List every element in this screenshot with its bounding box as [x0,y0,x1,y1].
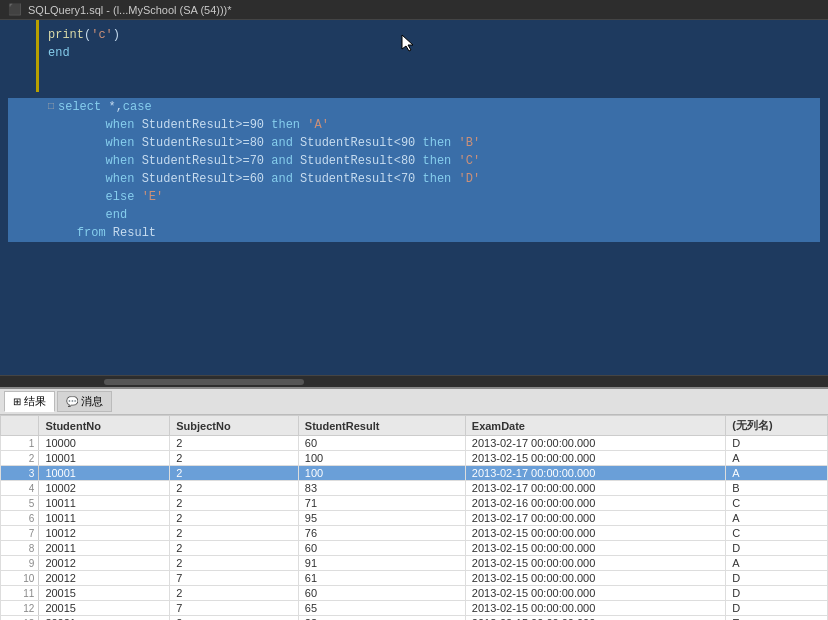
table-row[interactable]: 8200112602013-02-15 00:00:00.000D [1,541,828,556]
cell-grade: C [726,496,828,511]
cell-examdate: 2013-02-15 00:00:00.000 [465,541,725,556]
col-studentresult: StudentResult [298,416,465,436]
cell-studentresult: 60 [298,541,465,556]
cell-studentno: 20012 [39,571,170,586]
cell-examdate: 2013-02-15 00:00:00.000 [465,601,725,616]
table-row[interactable]: 12200157652013-02-15 00:00:00.000D [1,601,828,616]
table-row[interactable]: 10200127612013-02-15 00:00:00.000D [1,571,828,586]
table-row[interactable]: 4100022832013-02-17 00:00:00.000B [1,481,828,496]
cell-subjectno: 2 [170,586,299,601]
cell-subjectno: 2 [170,436,299,451]
cell-examdate: 2013-02-15 00:00:00.000 [465,526,725,541]
table-icon: ⊞ [13,396,21,407]
cell-studentresult: 100 [298,451,465,466]
cell-studentresult: 83 [298,481,465,496]
cell-studentresult: 71 [298,496,465,511]
cell-examdate: 2013-02-17 00:00:00.000 [465,481,725,496]
results-panel: ⊞ 结果 💬 消息 StudentNo SubjectNo StudentRes… [0,387,828,620]
code-line-when1: when StudentResult>=90 then 'A' [8,116,820,134]
cell-studentresult: 95 [298,511,465,526]
cell-studentno: 10001 [39,466,170,481]
scrollbar-thumb[interactable] [104,379,304,385]
cell-studentno: 10002 [39,481,170,496]
cell-subjectno: 2 [170,526,299,541]
results-table: StudentNo SubjectNo StudentResult ExamDa… [0,415,828,620]
code-line-when3: when StudentResult>=70 and StudentResult… [8,152,820,170]
cell-studentno: 20015 [39,601,170,616]
title-text: SQLQuery1.sql - (l...MySchool (SA (54)))… [28,4,232,16]
code-line-select: □ select *, case [8,98,820,116]
cell-examdate: 2013-02-15 00:00:00.000 [465,556,725,571]
editor-scrollbar[interactable] [0,375,828,387]
title-bar: ⬛ SQLQuery1.sql - (l...MySchool (SA (54)… [0,0,828,20]
cell-studentno: 10012 [39,526,170,541]
tab-messages[interactable]: 💬 消息 [57,391,112,412]
code-line-from: from Result [8,224,820,242]
cell-studentno: 10011 [39,496,170,511]
cell-studentno: 10011 [39,511,170,526]
cell-subjectno: 2 [170,496,299,511]
table-header-row: StudentNo SubjectNo StudentResult ExamDa… [1,416,828,436]
cell-grade: A [726,451,828,466]
cell-grade: B [726,481,828,496]
results-tbody: 1100002602013-02-17 00:00:00.000D2100012… [1,436,828,621]
table-row[interactable]: 9200122912013-02-15 00:00:00.000A [1,556,828,571]
col-grade: (无列名) [726,416,828,436]
table-row[interactable]: 7100122762013-02-15 00:00:00.000C [1,526,828,541]
cell-studentresult: 60 [298,436,465,451]
cell-studentno: 20015 [39,586,170,601]
cell-studentresult: 100 [298,466,465,481]
table-row[interactable]: 11200152602013-02-15 00:00:00.000D [1,586,828,601]
code-line-when4: when StudentResult>=60 and StudentResult… [8,170,820,188]
cell-grade: A [726,466,828,481]
cell-grade: D [726,571,828,586]
cell-subjectno: 2 [170,616,299,621]
results-table-wrap[interactable]: StudentNo SubjectNo StudentResult ExamDa… [0,415,828,620]
cell-studentno: 10000 [39,436,170,451]
cell-subjectno: 2 [170,481,299,496]
table-row[interactable]: 13300212232013-02-15 00:00:00.000E [1,616,828,621]
table-row[interactable]: 1100002602013-02-17 00:00:00.000D [1,436,828,451]
cell-grade: D [726,436,828,451]
cell-grade: D [726,601,828,616]
cell-subjectno: 2 [170,511,299,526]
cell-subjectno: 2 [170,541,299,556]
cell-grade: E [726,616,828,621]
table-row[interactable]: 31000121002013-02-17 00:00:00.000A [1,466,828,481]
col-rownum [1,416,39,436]
cell-studentresult: 91 [298,556,465,571]
cell-examdate: 2013-02-15 00:00:00.000 [465,571,725,586]
cell-studentno: 20011 [39,541,170,556]
cell-examdate: 2013-02-15 00:00:00.000 [465,616,725,621]
cell-grade: A [726,556,828,571]
editor-area: print('c') end □ select *, case when Stu… [0,20,828,375]
table-row[interactable]: 21000121002013-02-15 00:00:00.000A [1,451,828,466]
cell-grade: C [726,526,828,541]
results-tabs: ⊞ 结果 💬 消息 [0,389,828,415]
cell-examdate: 2013-02-17 00:00:00.000 [465,466,725,481]
col-examdate: ExamDate [465,416,725,436]
tab-results[interactable]: ⊞ 结果 [4,391,55,412]
cell-grade: D [726,541,828,556]
cell-studentresult: 76 [298,526,465,541]
code-line-else: else 'E' [8,188,820,206]
cell-examdate: 2013-02-17 00:00:00.000 [465,436,725,451]
title-bar-icon: ⬛ [8,3,22,16]
collapse-marker[interactable]: □ [48,98,54,116]
cell-studentresult: 60 [298,586,465,601]
code-line: end [8,44,820,62]
cell-examdate: 2013-02-17 00:00:00.000 [465,511,725,526]
col-subjectno: SubjectNo [170,416,299,436]
cell-subjectno: 2 [170,466,299,481]
table-row[interactable]: 6100112952013-02-17 00:00:00.000A [1,511,828,526]
col-studentno: StudentNo [39,416,170,436]
cell-studentresult: 65 [298,601,465,616]
cell-studentresult: 23 [298,616,465,621]
code-line-end: end [8,206,820,224]
cell-grade: D [726,586,828,601]
cell-subjectno: 2 [170,451,299,466]
cell-studentno: 30021 [39,616,170,621]
table-row[interactable]: 5100112712013-02-16 00:00:00.000C [1,496,828,511]
code-line [8,62,820,80]
cell-subjectno: 2 [170,556,299,571]
